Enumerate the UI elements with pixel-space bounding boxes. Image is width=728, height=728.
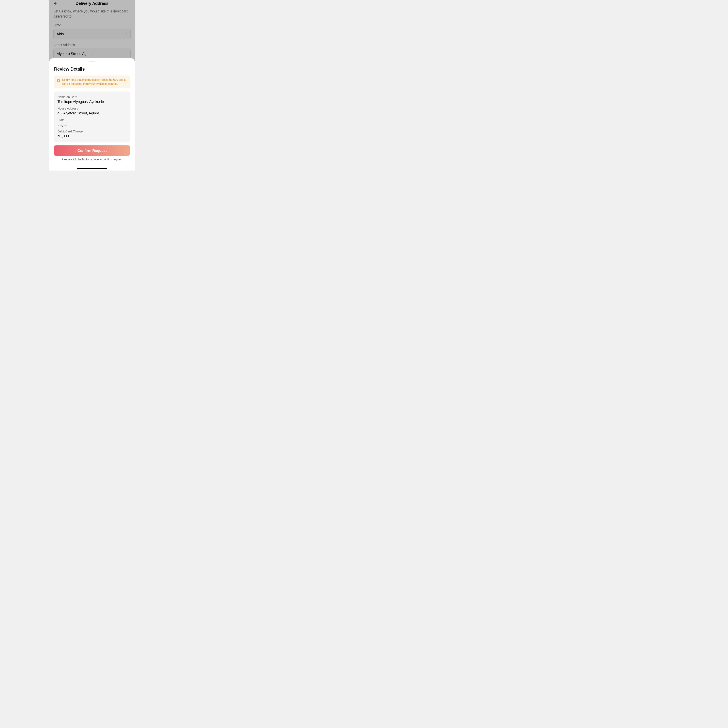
home-indicator [77, 168, 107, 169]
detail-value: ₦1,000 [58, 134, 127, 138]
detail-label: State [58, 118, 127, 122]
sheet-title: Review Details [54, 67, 130, 72]
confirm-request-button[interactable]: Confirm Request [54, 145, 130, 156]
detail-value: 45, Aiyetoro Street, Aguda. [58, 111, 127, 115]
confirm-hint: Please click the button above to confirm… [54, 158, 130, 161]
detail-label: Debit Card Charge [58, 130, 127, 133]
bell-icon [57, 79, 60, 83]
detail-label: House Address [58, 107, 127, 110]
detail-debit-charge: Debit Card Charge ₦1,000 [58, 130, 127, 138]
review-details-sheet: Review Details Kindly note that this tra… [49, 58, 135, 171]
sheet-handle[interactable] [89, 61, 96, 61]
detail-house-address: House Address 45, Aiyetoro Street, Aguda… [58, 107, 127, 115]
detail-state: State Lagos [58, 118, 127, 127]
detail-value: Lagos [58, 122, 127, 127]
detail-name-on-card: Name on Card Temitope Aiyegbusi Ayokunle [58, 95, 127, 104]
transaction-notice: Kindly note that this transaction costs … [54, 75, 130, 89]
notice-text: Kindly note that this transaction costs … [62, 78, 127, 86]
detail-label: Name on Card [58, 95, 127, 99]
detail-value: Temitope Aiyegbusi Ayokunle [58, 99, 127, 104]
phone-screen: Delivery Address Let us know where you w… [49, 0, 135, 171]
details-card: Name on Card Temitope Aiyegbusi Ayokunle… [54, 92, 130, 142]
